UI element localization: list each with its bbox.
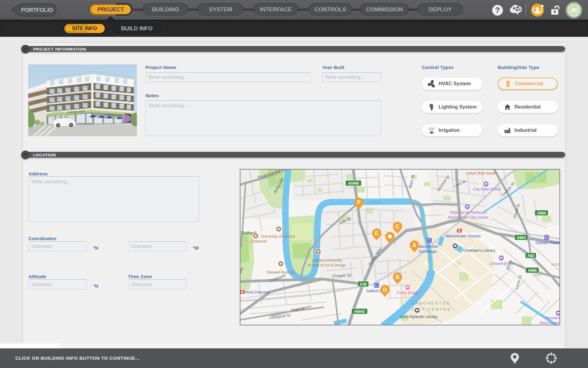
svg-text:City Gate Suites: City Gate Suites [473,187,501,191]
svg-text:Irwell: Irwell [370,200,381,204]
svg-text:lford Crescent: lford Crescent [245,290,269,294]
svg-text:D: D [383,286,387,293]
svg-text:Manchester: Manchester [417,244,439,249]
svg-text:Salford University: Salford University [312,258,342,263]
svg-text:Oldham Road: Oldham Road [535,241,559,245]
svg-text:John Rylands Library: John Rylands Library [400,314,438,319]
svg-text:B: B [395,274,399,280]
svg-text:Manchester Victoria: Manchester Victoria [446,234,481,238]
svg-text:A6042: A6042 [354,309,365,314]
svg-text:A664: A664 [517,236,526,240]
svg-text:A665: A665 [528,268,537,273]
svg-text:A34: A34 [360,282,367,286]
svg-text:Park Inn by Radisson: Park Inn by Radisson [450,210,487,215]
svg-text:A664: A664 [537,211,546,215]
svg-text:Exchange: Exchange [419,249,437,254]
svg-text:C: C [395,223,399,230]
svg-text:A: A [412,242,416,248]
svg-text:PORTFOLIO: PORTFOLIO [21,7,53,13]
svg-text:MANCHESTER: MANCHESTER [411,301,450,305]
svg-text:Chetham's Library: Chetham's Library [463,248,496,253]
svg-text:?: ? [495,6,500,15]
svg-text:Chapman: Chapman [251,239,267,243]
svg-text:ANCOA: ANCOA [552,262,560,267]
svg-text:Residen: Residen [545,316,560,320]
svg-text:Maxwell Building: Maxwell Building [266,270,295,274]
svg-text:Salford C: Salford C [366,289,382,293]
svg-text:School of Art & Design: School of Art & Design [307,263,346,267]
svg-text:E: E [375,230,379,236]
svg-text:Manchester: Manchester [540,321,560,325]
svg-text:Lahori Butt Karahi: Lahori Butt Karahi [466,171,497,175]
svg-text:Crowne Plaza: Crowne Plaza [489,262,513,266]
svg-text:JE: JE [570,7,578,13]
svg-text:F: F [357,199,360,205]
svg-text:University of Salford: University of Salford [261,234,295,239]
svg-text:Trinity Bridge: Trinity Bridge [396,291,419,295]
svg-text:A62: A62 [527,254,534,258]
svg-text:Manchester City Centre: Manchester City Centre [448,215,488,220]
svg-text:A5066: A5066 [348,181,359,186]
